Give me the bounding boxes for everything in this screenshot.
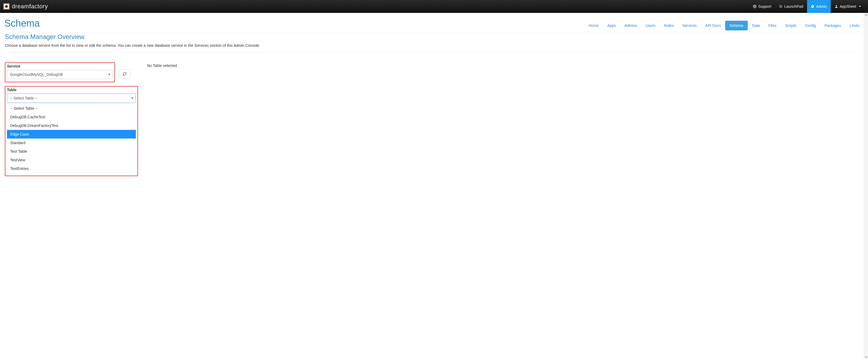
service-select-value: GoogleCloudMySQL_DebugDB bbox=[10, 72, 63, 77]
user-icon bbox=[834, 5, 838, 8]
tab-schema[interactable]: Schema bbox=[725, 21, 747, 30]
scrollbar[interactable] bbox=[864, 13, 868, 181]
topbar-launchpad-label: LaunchPad bbox=[784, 4, 803, 9]
service-row: Service GoogleCloudMySQL_DebugDB bbox=[5, 62, 142, 82]
topbar-launchpad[interactable]: LaunchPad bbox=[775, 0, 807, 13]
svg-point-1 bbox=[754, 6, 755, 7]
topbar-admin-label: Admin bbox=[816, 4, 827, 9]
tab-files[interactable]: Files bbox=[764, 21, 781, 30]
subnav: Schema HomeAppsAdminsUsersRolesServicesA… bbox=[0, 13, 868, 33]
tab-services[interactable]: Services bbox=[678, 21, 701, 30]
tab-limits[interactable]: Limits bbox=[845, 21, 864, 30]
overview-description: Choose a database service from the list … bbox=[5, 43, 863, 48]
table-dropdown-list: -- Select Table --DebugDB.CacheTestDebug… bbox=[7, 104, 136, 173]
page-title: Schema bbox=[4, 15, 40, 33]
table-panel: Table -- Select Table -- -- Select Table… bbox=[5, 86, 138, 176]
table-select[interactable]: -- Select Table -- bbox=[7, 93, 136, 103]
gear-icon bbox=[811, 5, 814, 8]
tab-roles[interactable]: Roles bbox=[660, 21, 678, 30]
tab-api-docs[interactable]: API Docs bbox=[701, 21, 725, 30]
topbar-support-label: Support bbox=[758, 4, 771, 9]
content-area: Service GoogleCloudMySQL_DebugDB Table -… bbox=[0, 58, 868, 181]
tab-users[interactable]: Users bbox=[642, 21, 660, 30]
tab-data[interactable]: Data bbox=[748, 21, 764, 30]
right-column: No Table selected bbox=[147, 62, 863, 68]
table-option[interactable]: Edge Case bbox=[7, 130, 136, 138]
table-option[interactable]: Test Table bbox=[7, 147, 136, 156]
no-table-message: No Table selected bbox=[147, 63, 863, 68]
scroll-up-icon bbox=[865, 14, 867, 15]
topbar-appsheet-label: AppSheet bbox=[840, 4, 857, 9]
chevron-down-icon bbox=[131, 98, 133, 99]
service-select[interactable]: GoogleCloudMySQL_DebugDB bbox=[7, 70, 113, 79]
table-option[interactable]: TestView bbox=[7, 156, 136, 164]
refresh-icon bbox=[123, 72, 126, 76]
chevron-down-icon bbox=[859, 6, 861, 7]
table-option[interactable]: DebugDB.DreamFactoryTest bbox=[7, 121, 136, 130]
overview-heading: Schema Manager Overview bbox=[5, 33, 863, 40]
menu-icon bbox=[779, 5, 783, 8]
topbar-support[interactable]: Support bbox=[749, 0, 775, 13]
table-option[interactable]: Standard bbox=[7, 138, 136, 147]
table-option[interactable]: -- Select Table -- bbox=[7, 104, 136, 113]
divider bbox=[5, 52, 863, 53]
topbar-admin[interactable]: Admin bbox=[807, 0, 831, 13]
tab-packages[interactable]: Packages bbox=[820, 21, 845, 30]
tab-apps[interactable]: Apps bbox=[603, 21, 620, 30]
tab-config[interactable]: Config bbox=[801, 21, 820, 30]
table-option[interactable]: DebugDB.CacheTest bbox=[7, 113, 136, 121]
nav-tabs: HomeAppsAdminsUsersRolesServicesAPI Docs… bbox=[585, 18, 864, 30]
left-column: Service GoogleCloudMySQL_DebugDB Table -… bbox=[5, 62, 142, 176]
topbar: dreamfactory Support LaunchPad Admin App… bbox=[0, 0, 868, 13]
brand-text: dreamfactory bbox=[12, 3, 48, 10]
tab-admins[interactable]: Admins bbox=[620, 21, 642, 30]
topbar-appsheet[interactable]: AppSheet bbox=[831, 0, 865, 13]
tab-home[interactable]: Home bbox=[585, 21, 603, 30]
brand-logo-inner bbox=[5, 5, 8, 8]
tab-scripts[interactable]: Scripts bbox=[781, 21, 801, 30]
svg-point-9 bbox=[836, 5, 837, 6]
table-select-value: -- Select Table -- bbox=[10, 96, 37, 100]
service-panel: Service GoogleCloudMySQL_DebugDB bbox=[5, 62, 115, 82]
refresh-button[interactable] bbox=[119, 70, 130, 79]
table-label: Table bbox=[7, 88, 136, 92]
chevron-down-icon bbox=[108, 74, 110, 75]
table-option[interactable]: TextEntries bbox=[7, 164, 136, 173]
brand-logo bbox=[3, 3, 10, 10]
support-icon bbox=[753, 5, 756, 8]
service-label: Service bbox=[7, 64, 113, 68]
overview-section: Schema Manager Overview Choose a databas… bbox=[0, 33, 868, 53]
